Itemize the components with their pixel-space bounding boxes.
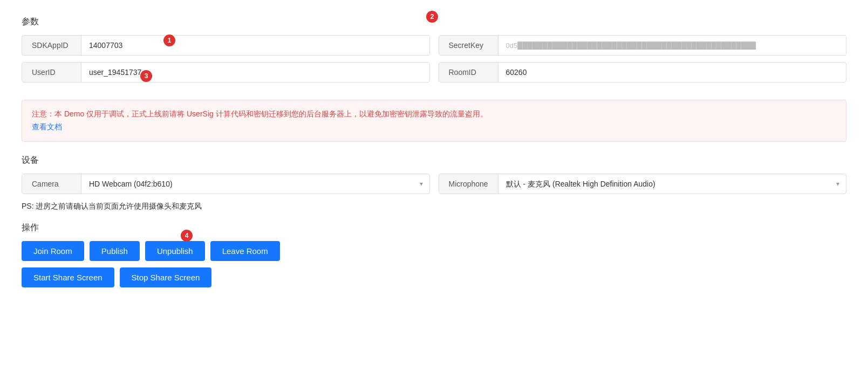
sdk-app-id-label: SDKAppID (22, 36, 81, 55)
sdk-app-id-input[interactable] (81, 36, 429, 55)
device-title: 设备 (22, 155, 846, 166)
camera-label: Camera (22, 174, 81, 194)
join-room-button[interactable]: Join Room (22, 241, 84, 261)
user-id-input[interactable] (81, 63, 429, 82)
stop-share-screen-button[interactable]: Stop Share Screen (120, 267, 212, 287)
btn-row-2: Start Share Screen Stop Share Screen (22, 267, 846, 287)
room-id-input[interactable] (498, 63, 846, 82)
badge-4: 4 (181, 230, 193, 242)
sdk-app-id-field: SDKAppID (22, 35, 430, 56)
unpublish-button[interactable]: Unpublish (145, 241, 205, 261)
camera-select[interactable]: HD Webcam (04f2:b610) (81, 174, 429, 194)
microphone-label: Microphone (439, 174, 498, 194)
device-row: Camera HD Webcam (04f2:b610) ▾ Microphon… (22, 174, 846, 194)
ps-text: PS: 进房之前请确认当前页面允许使用摄像头和麦克风 (22, 202, 846, 211)
notice-text: 注意：本 Demo 仅用于调试，正式上线前请将 UserSig 计算代码和密钥迁… (32, 109, 488, 118)
room-id-label: RoomID (439, 63, 498, 82)
leave-room-button[interactable]: Leave Room (210, 241, 280, 261)
microphone-select[interactable]: 默认 - 麦克风 (Realtek High Definition Audio) (498, 174, 846, 194)
badge-2: 2 (426, 11, 438, 23)
camera-field: Camera HD Webcam (04f2:b610) ▾ (22, 174, 430, 194)
publish-button[interactable]: Publish (90, 241, 140, 261)
secret-key-input[interactable] (498, 36, 846, 55)
params-row-1: SDKAppID SecretKey (22, 35, 846, 62)
device-section: 设备 Camera HD Webcam (04f2:b610) ▾ Microp… (22, 155, 846, 211)
badge-3: 3 (140, 70, 152, 82)
secret-key-field: SecretKey (439, 35, 847, 56)
notice-link[interactable]: 查看文档 (32, 122, 62, 131)
secret-key-label: SecretKey (439, 36, 498, 55)
user-id-field: UserID (22, 62, 430, 83)
start-share-screen-button[interactable]: Start Share Screen (22, 267, 114, 287)
camera-select-wrap[interactable]: HD Webcam (04f2:b610) ▾ (81, 174, 429, 194)
params-section: 参数 1 2 SDKAppID SecretKey 3 UserID R (22, 16, 846, 89)
microphone-field: Microphone 默认 - 麦克风 (Realtek High Defini… (439, 174, 847, 194)
btn-row-1: Join Room Publish Unpublish Leave Room (22, 241, 846, 261)
badge-1: 1 (163, 35, 175, 46)
notice-box: 注意：本 Demo 仅用于调试，正式上线前请将 UserSig 计算代码和密钥迁… (22, 100, 846, 142)
user-id-label: UserID (22, 63, 81, 82)
ops-section: 4 操作 Join Room Publish Unpublish Leave R… (22, 222, 846, 287)
room-id-field: RoomID (439, 62, 847, 83)
ops-title: 操作 (22, 222, 846, 233)
microphone-select-wrap[interactable]: 默认 - 麦克风 (Realtek High Definition Audio)… (498, 174, 846, 194)
